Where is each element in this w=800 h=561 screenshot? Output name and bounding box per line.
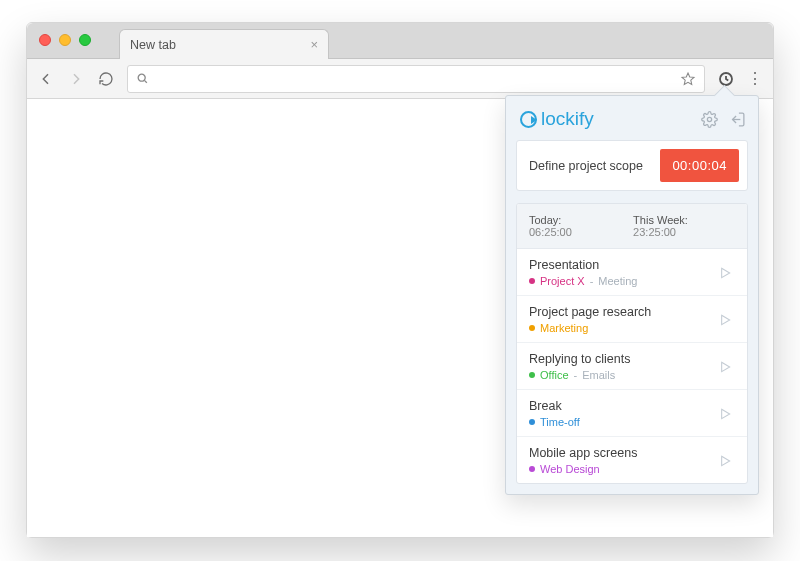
svg-point-0 bbox=[138, 74, 145, 81]
time-entry[interactable]: PresentationProject X-Meeting bbox=[517, 249, 747, 296]
play-icon[interactable] bbox=[715, 357, 735, 377]
entry-project: Marketing bbox=[540, 322, 588, 334]
entry-task-separator: - bbox=[590, 275, 594, 287]
today-value: 06:25:00 bbox=[529, 226, 572, 238]
search-icon bbox=[136, 72, 149, 85]
tab-strip: New tab × bbox=[27, 23, 773, 59]
address-bar[interactable] bbox=[127, 65, 705, 93]
play-icon[interactable] bbox=[715, 404, 735, 424]
clockify-popup: lockify Define project scope 00:00:04 To… bbox=[505, 95, 759, 495]
entry-title: Mobile app screens bbox=[529, 446, 715, 460]
play-icon[interactable] bbox=[715, 263, 735, 283]
entry-task-separator: - bbox=[574, 369, 578, 381]
today-label: Today: bbox=[529, 214, 561, 226]
close-tab-icon[interactable]: × bbox=[310, 37, 318, 52]
entry-task: Emails bbox=[582, 369, 615, 381]
clockify-logo: lockify bbox=[520, 108, 594, 130]
entries-card: Today: 06:25:00 This Week: 23:25:00 Pres… bbox=[516, 203, 748, 484]
project-color-dot bbox=[529, 466, 535, 472]
tab-title: New tab bbox=[130, 38, 176, 52]
time-entry[interactable]: Mobile app screensWeb Design bbox=[517, 437, 747, 483]
timer-card: Define project scope 00:00:04 bbox=[516, 140, 748, 191]
clockify-mark-icon bbox=[520, 111, 537, 128]
entry-project: Web Design bbox=[540, 463, 600, 475]
clockify-extension-icon[interactable] bbox=[717, 70, 735, 88]
play-icon[interactable] bbox=[715, 451, 735, 471]
popup-header: lockify bbox=[506, 96, 758, 140]
address-input[interactable] bbox=[155, 71, 674, 86]
play-icon[interactable] bbox=[715, 310, 735, 330]
browser-tab[interactable]: New tab × bbox=[119, 29, 329, 59]
project-color-dot bbox=[529, 278, 535, 284]
close-window-icon[interactable] bbox=[39, 34, 51, 46]
browser-menu-icon[interactable]: ⋮ bbox=[747, 71, 763, 87]
browser-window: New tab × ⋮ bbox=[26, 22, 774, 538]
entry-title: Project page research bbox=[529, 305, 715, 319]
entry-task: Meeting bbox=[598, 275, 637, 287]
timer-description[interactable]: Define project scope bbox=[529, 159, 660, 173]
project-color-dot bbox=[529, 325, 535, 331]
time-entry[interactable]: Replying to clientsOffice-Emails bbox=[517, 343, 747, 390]
reload-button[interactable] bbox=[97, 71, 115, 87]
time-summary: Today: 06:25:00 This Week: 23:25:00 bbox=[517, 204, 747, 249]
window-controls bbox=[39, 34, 91, 46]
minimize-window-icon[interactable] bbox=[59, 34, 71, 46]
bookmark-star-icon[interactable] bbox=[680, 71, 696, 87]
project-color-dot bbox=[529, 372, 535, 378]
entry-project: Project X bbox=[540, 275, 585, 287]
project-color-dot bbox=[529, 419, 535, 425]
toolbar: ⋮ bbox=[27, 59, 773, 99]
entry-project: Office bbox=[540, 369, 569, 381]
timer-stop-button[interactable]: 00:00:04 bbox=[660, 149, 739, 182]
entry-title: Break bbox=[529, 399, 715, 413]
svg-point-2 bbox=[707, 117, 711, 121]
time-entry[interactable]: Project page researchMarketing bbox=[517, 296, 747, 343]
time-entry[interactable]: BreakTime-off bbox=[517, 390, 747, 437]
back-button[interactable] bbox=[37, 71, 55, 87]
week-value: 23:25:00 bbox=[633, 226, 676, 238]
maximize-window-icon[interactable] bbox=[79, 34, 91, 46]
entry-project: Time-off bbox=[540, 416, 580, 428]
week-label: This Week: bbox=[633, 214, 688, 226]
brand-text: lockify bbox=[541, 108, 594, 130]
logout-icon[interactable] bbox=[728, 110, 746, 128]
entry-title: Presentation bbox=[529, 258, 715, 272]
forward-button[interactable] bbox=[67, 71, 85, 87]
entry-title: Replying to clients bbox=[529, 352, 715, 366]
settings-icon[interactable] bbox=[700, 110, 718, 128]
